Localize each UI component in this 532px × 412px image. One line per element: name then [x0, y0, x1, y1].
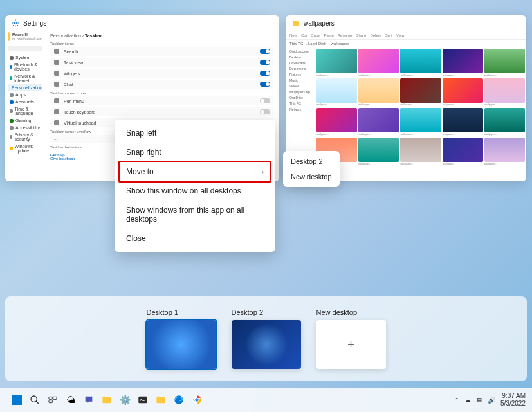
folder-icon	[292, 19, 300, 27]
fileexplorer-button[interactable]	[99, 392, 115, 408]
toolbar-button[interactable]: Cut	[301, 33, 307, 37]
nav-item[interactable]: Documents	[288, 66, 313, 71]
wallpaper-thumb[interactable]	[400, 138, 441, 162]
sidebar-item[interactable]: Privacy & security	[8, 131, 42, 143]
vd-thumb-new[interactable]: +	[316, 320, 386, 369]
sidebar-item[interactable]: Network & internet	[8, 73, 42, 84]
wallpaper-thumb[interactable]	[484, 108, 525, 132]
toggle-switch[interactable]	[260, 98, 270, 103]
settings-button[interactable]: ⚙️	[117, 392, 133, 408]
search-button[interactable]	[27, 392, 42, 408]
wallpaper-thumb[interactable]	[443, 49, 483, 73]
setting-row[interactable]: Task view	[50, 58, 274, 67]
toggle-switch[interactable]	[260, 60, 270, 65]
ctx-snap-left[interactable]: Snap left	[115, 123, 275, 143]
toolbar-button[interactable]: Copy	[311, 33, 320, 37]
nav-item[interactable]: Quick access	[288, 49, 313, 54]
vd-thumb[interactable]	[232, 320, 301, 369]
wallpaper-thumb[interactable]	[443, 108, 483, 132]
wallpaper-thumb[interactable]	[484, 138, 525, 162]
vd-new-desktop[interactable]: New desktop +	[316, 309, 386, 369]
wallpaper-thumb[interactable]	[484, 78, 525, 103]
tray-network-icon[interactable]: 🖥	[476, 397, 482, 404]
wallpaper-thumb[interactable]	[484, 49, 525, 73]
chrome-button[interactable]	[189, 392, 205, 408]
wallpaper-thumb[interactable]	[400, 108, 441, 132]
toolbar-button[interactable]: Delete	[370, 33, 381, 37]
wallpaper-thumb[interactable]	[400, 49, 441, 73]
nav-item[interactable]: This PC	[288, 101, 313, 106]
nav-item[interactable]: Desktop	[288, 55, 313, 60]
taskbar-clock[interactable]: 9:37 AM 5/3/2022	[500, 392, 526, 408]
terminal-button[interactable]	[135, 392, 151, 408]
nav-item[interactable]: Network	[288, 107, 313, 112]
setting-row[interactable]: Search	[50, 47, 274, 56]
taskview-button[interactable]	[45, 392, 60, 408]
path-segment[interactable]: › wallpapers	[329, 42, 349, 46]
ctx-show-window-all[interactable]: Show this window on all desktops	[115, 181, 275, 201]
sidebar-item[interactable]: Accessibility	[8, 124, 42, 131]
wallpaper-thumb[interactable]	[358, 138, 399, 162]
vd-desktop1[interactable]: Desktop 1	[147, 309, 216, 369]
nav-item[interactable]: Music	[288, 78, 313, 83]
user-profile[interactable]: Mauro H m_hak@outlook.com	[8, 32, 42, 41]
toolbar-button[interactable]: Paste	[324, 33, 333, 37]
sidebar-item[interactable]: Bluetooth & devices	[8, 61, 42, 73]
fe-address-bar[interactable]: This PC› Local Disk› wallpapers	[286, 40, 526, 48]
toolbar-button[interactable]: View	[396, 33, 405, 37]
sidebar-item[interactable]: Personalization	[8, 84, 42, 91]
wallpaper-thumb[interactable]	[443, 138, 483, 162]
sidebar-item[interactable]: Time & language	[8, 105, 42, 117]
ctx-sub-desktop2[interactable]: Desktop 2	[283, 154, 340, 169]
nav-item[interactable]: OneDrive	[288, 95, 313, 100]
wallpaper-thumb[interactable]	[316, 78, 357, 103]
path-segment[interactable]: › Local Disk	[306, 42, 326, 46]
toggle-switch[interactable]	[260, 71, 270, 76]
sidebar-item[interactable]: Gaming	[8, 117, 42, 124]
wallpaper-thumb[interactable]	[358, 49, 399, 73]
edge-button[interactable]	[171, 392, 187, 408]
nav-item[interactable]: Videos	[288, 84, 313, 89]
sidebar-item[interactable]: System	[8, 54, 42, 61]
wallpaper-thumb[interactable]	[358, 108, 399, 132]
tray-cloud-icon[interactable]: ☁	[464, 397, 471, 404]
nav-item[interactable]: Pictures	[288, 72, 313, 77]
wallpaper-thumb[interactable]	[443, 78, 483, 103]
nav-item[interactable]: Downloads	[288, 60, 313, 66]
vd-desktop2[interactable]: Desktop 2	[232, 309, 301, 369]
path-segment[interactable]: This PC	[289, 42, 303, 46]
toggle-switch[interactable]	[260, 109, 270, 114]
ctx-close[interactable]: Close	[115, 229, 275, 248]
ctx-move-to[interactable]: Move to›	[118, 161, 271, 183]
ctx-show-app-all[interactable]: Show windows from this app on all deskto…	[115, 201, 275, 229]
edge-icon	[174, 395, 184, 405]
toolbar-button[interactable]: Rename	[338, 33, 353, 37]
toolbar-button[interactable]: Share	[356, 33, 366, 37]
wallpaper-thumb[interactable]	[358, 78, 399, 103]
sidebar-item[interactable]: Windows Update	[8, 143, 42, 154]
setting-row[interactable]: Pen menu	[50, 96, 274, 105]
ctx-sub-new-desktop[interactable]: New desktop	[283, 169, 340, 184]
tray-speaker-icon[interactable]: 🔊	[488, 397, 495, 404]
widgets-button[interactable]: 🌤	[63, 392, 78, 408]
toggle-switch[interactable]	[260, 49, 270, 54]
chat-button[interactable]	[81, 392, 96, 408]
toolbar-button[interactable]: New	[289, 33, 297, 37]
setting-row[interactable]: Chat	[50, 80, 274, 89]
wallpaper-thumb[interactable]	[316, 49, 357, 73]
tray-chevron-icon[interactable]: ⌃	[454, 397, 459, 404]
wallpaper-thumb[interactable]	[400, 78, 441, 103]
setting-row[interactable]: Widgets	[50, 69, 274, 78]
start-button[interactable]	[9, 392, 24, 408]
ctx-snap-right[interactable]: Snap right	[115, 143, 275, 162]
breadcrumb-parent[interactable]: Personalization	[50, 33, 81, 38]
toolbar-button[interactable]: Sort	[385, 33, 392, 37]
vd-thumb[interactable]	[147, 320, 216, 369]
toggle-switch[interactable]	[260, 82, 270, 87]
fileexplorer2-button[interactable]	[153, 392, 169, 408]
wallpaper-thumb[interactable]	[316, 108, 357, 132]
sidebar-item[interactable]: Accounts	[8, 98, 42, 105]
nav-item[interactable]: wallpapers.zip	[288, 89, 313, 94]
sidebar-item[interactable]: Apps	[8, 91, 42, 98]
setting-row[interactable]: Touch keyboard	[50, 107, 274, 116]
